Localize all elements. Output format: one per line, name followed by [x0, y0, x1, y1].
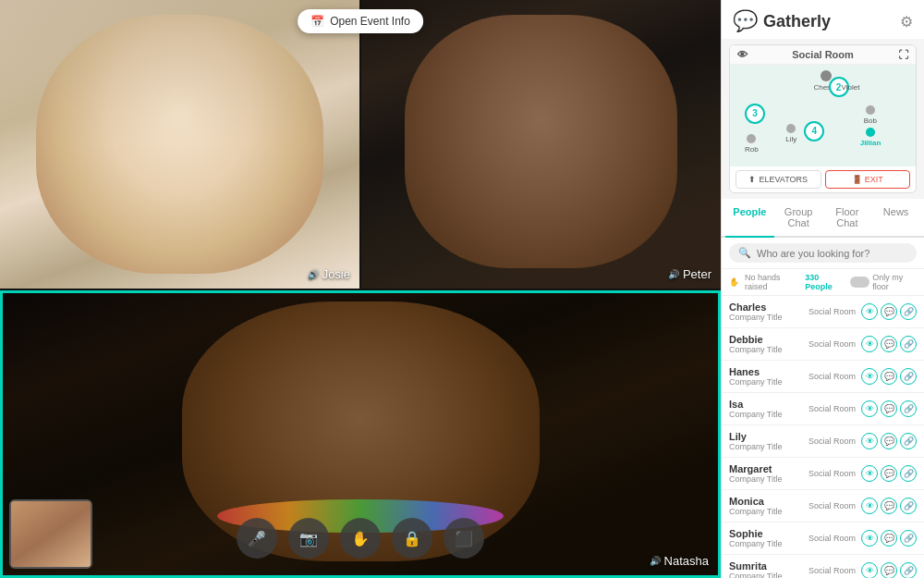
person-info: Lily Company Title — [729, 431, 803, 451]
person-room: Social Room — [808, 566, 856, 575]
screen-button[interactable]: ⬛ — [444, 518, 484, 559]
link-icon[interactable]: 🔗 — [900, 465, 917, 482]
elevators-label: ELEVATORS — [759, 175, 808, 184]
person-row: Monica Company Title Social Room 👁 💬 🔗 — [722, 490, 924, 523]
josie-mic-icon: 🔊 — [308, 269, 319, 279]
open-event-button[interactable]: 📅 Open Event Info — [298, 9, 423, 33]
person-actions: 👁 💬 🔗 — [861, 400, 917, 417]
map-title: Social Room — [792, 49, 854, 60]
hand-button[interactable]: ✋ — [340, 518, 381, 559]
view-icon[interactable]: 👁 — [861, 562, 878, 578]
calendar-icon: 📅 — [310, 15, 324, 28]
tab-people[interactable]: People — [725, 199, 774, 238]
person-title: Company Title — [729, 313, 803, 322]
map-person-bob: Bob — [864, 105, 877, 125]
exit-button[interactable]: 🚪 EXIT — [825, 170, 911, 189]
link-icon[interactable]: 🔗 — [900, 400, 917, 417]
gatherly-logo: 💬 Gatherly — [733, 9, 831, 33]
person-name: Sumrita — [729, 560, 803, 572]
link-icon[interactable]: 🔗 — [900, 303, 917, 320]
person-room: Social Room — [808, 469, 856, 478]
lock-icon: 🔒 — [403, 530, 421, 547]
view-icon[interactable]: 👁 — [861, 303, 878, 320]
lock-button[interactable]: 🔒 — [392, 518, 432, 559]
tabs-row: People Group Chat Floor Chat News — [722, 199, 924, 238]
person-name: Hanes — [729, 366, 803, 377]
chat-icon[interactable]: 💬 — [881, 465, 897, 482]
person-name: Debbie — [729, 334, 803, 345]
peter-portrait — [361, 0, 721, 289]
view-icon[interactable]: 👁 — [861, 498, 878, 514]
peter-mic-icon: 🔊 — [668, 269, 679, 279]
person-actions: 👁 💬 🔗 — [861, 433, 917, 449]
person-room: Social Room — [808, 307, 856, 316]
map-person-violet: Violet — [842, 83, 860, 92]
view-icon[interactable]: 👁 — [861, 465, 878, 482]
no-hands-label: No hands raised — [745, 273, 799, 291]
chat-icon[interactable]: 💬 — [881, 498, 897, 514]
chat-icon[interactable]: 💬 — [881, 336, 897, 352]
self-view — [9, 499, 92, 569]
floor-toggle-label: Only my floor — [872, 273, 917, 291]
toggle-switch[interactable] — [850, 277, 870, 288]
person-actions: 👁 💬 🔗 — [861, 368, 917, 385]
person-name: Monica — [729, 496, 803, 507]
chat-icon[interactable]: 💬 — [881, 400, 897, 417]
gear-button[interactable]: ⚙ — [900, 13, 913, 31]
natasha-label: 🔊 Natasha — [650, 554, 709, 568]
link-icon[interactable]: 🔗 — [900, 562, 917, 578]
eye-icon: 👁 — [737, 49, 748, 60]
view-icon[interactable]: 👁 — [861, 336, 878, 352]
person-actions: 👁 💬 🔗 — [861, 562, 917, 578]
floor-filter-toggle[interactable]: Only my floor — [850, 273, 917, 291]
search-input[interactable] — [757, 248, 907, 259]
view-icon[interactable]: 👁 — [861, 368, 878, 385]
camera-icon: 📷 — [299, 530, 318, 547]
video-cell-peter: 🔊 Peter — [361, 0, 721, 289]
person-info: Hanes Company Title — [729, 366, 803, 387]
camera-button[interactable]: 📷 — [288, 518, 329, 559]
person-name: Lily — [729, 431, 803, 442]
person-row: Charles Company Title Social Room 👁 💬 🔗 — [722, 296, 924, 328]
person-title: Company Title — [729, 410, 803, 419]
exit-icon: 🚪 — [852, 175, 862, 184]
expand-icon[interactable]: ⛶ — [898, 49, 908, 60]
open-event-label: Open Event Info — [330, 15, 410, 28]
map-person-jillian: Jillian — [860, 128, 881, 147]
person-title: Company Title — [729, 474, 803, 484]
tab-floor-chat[interactable]: Floor Chat — [823, 199, 872, 238]
link-icon[interactable]: 🔗 — [900, 368, 917, 385]
view-icon[interactable]: 👁 — [861, 530, 878, 547]
chat-icon[interactable]: 💬 — [881, 433, 897, 449]
link-icon[interactable]: 🔗 — [900, 498, 917, 514]
chat-icon[interactable]: 💬 — [881, 530, 897, 547]
person-info: Debbie Company Title — [729, 334, 803, 354]
chat-icon[interactable]: 💬 — [881, 562, 897, 578]
search-icon: 🔍 — [738, 247, 751, 259]
natasha-mic-icon: 🔊 — [650, 556, 661, 566]
mic-button[interactable]: 🎤 — [237, 518, 277, 559]
link-icon[interactable]: 🔗 — [900, 530, 917, 547]
person-row: Lily Company Title Social Room 👁 💬 🔗 — [722, 425, 924, 458]
person-row: Debbie Company Title Social Room 👁 💬 🔗 — [722, 328, 924, 361]
josie-portrait — [0, 0, 359, 289]
person-info: Isa Company Title — [729, 399, 803, 419]
chat-icon[interactable]: 💬 — [881, 368, 897, 385]
person-title: Company Title — [729, 377, 803, 387]
person-actions: 👁 💬 🔗 — [861, 465, 917, 482]
link-icon[interactable]: 🔗 — [900, 336, 917, 352]
tab-news[interactable]: News — [871, 199, 920, 238]
chat-icon[interactable]: 💬 — [881, 303, 897, 320]
people-list: Charles Company Title Social Room 👁 💬 🔗 … — [722, 296, 924, 578]
person-room: Social Room — [808, 437, 856, 446]
tab-group-chat[interactable]: Group Chat — [774, 199, 823, 238]
map-dot-3: 3 — [745, 104, 765, 124]
person-title: Company Title — [729, 442, 803, 451]
person-actions: 👁 💬 🔗 — [861, 336, 917, 352]
elevators-button[interactable]: ⬆ ELEVATORS — [736, 170, 821, 189]
map-person-lily: Lily — [785, 124, 796, 143]
view-icon[interactable]: 👁 — [861, 400, 878, 417]
link-icon[interactable]: 🔗 — [900, 433, 917, 449]
view-icon[interactable]: 👁 — [861, 433, 878, 449]
exit-label: EXIT — [865, 175, 883, 184]
